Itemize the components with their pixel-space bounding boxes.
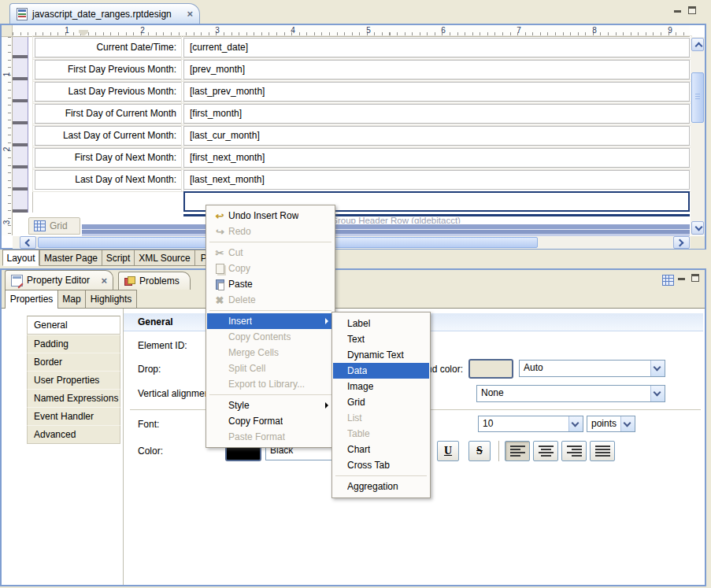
label-cell[interactable]: Last Day of Current Month: [35, 126, 182, 146]
category-general[interactable]: General [27, 316, 120, 335]
close-icon[interactable]: × [187, 9, 193, 19]
submenu-item-dynamic-text[interactable]: Dynamic Text [333, 347, 429, 363]
submenu-item-table[interactable]: Table [333, 426, 429, 442]
menu-item-copy-contents[interactable]: Copy Contents [207, 329, 334, 345]
horizontal-scrollbar[interactable] [13, 236, 691, 249]
background-color-select[interactable]: Auto [519, 360, 665, 377]
chevron-down-icon[interactable] [620, 416, 635, 431]
menu-item-split-cell[interactable]: Split Cell [207, 361, 334, 376]
data-cell[interactable]: [last_prev_month] [183, 82, 690, 102]
vertical-scroll-thumb[interactable] [691, 72, 704, 123]
data-cell[interactable]: [first_next_month] [183, 148, 690, 168]
underline-button[interactable]: U [437, 441, 459, 461]
tab-master-page[interactable]: Master Page [39, 250, 102, 266]
align-justify-button[interactable] [590, 441, 615, 461]
submenu-item-image[interactable]: Image [333, 379, 429, 394]
menu-label: Grid [347, 397, 365, 408]
menu-item-undo-insert-row[interactable]: ↩ Undo Insert Row [207, 208, 334, 224]
strikethrough-button[interactable]: S [468, 441, 491, 461]
menu-item-copy-format[interactable]: Copy Format [207, 413, 334, 429]
scroll-right-button[interactable] [673, 236, 690, 249]
menu-item-merge-cells[interactable]: Merge Cells [207, 345, 334, 361]
submenu-item-chart[interactable]: Chart [333, 442, 429, 457]
maximize-view-button[interactable] [691, 274, 701, 283]
label-cell[interactable]: Last Day Previous Month: [35, 82, 182, 102]
submenu-item-grid[interactable]: Grid [333, 394, 429, 410]
workbench: javascript_date_ranges.rptdesign × 1 2 3… [0, 0, 711, 588]
font-size-select[interactable]: 10 [478, 416, 583, 432]
collapsed-table-rows[interactable] [82, 224, 690, 229]
label-cell[interactable]: First Day Previous Month: [35, 60, 182, 80]
tab-highlights[interactable]: Highlights [85, 290, 137, 309]
data-cell[interactable]: [current_date] [183, 38, 690, 57]
category-border[interactable]: Border [27, 353, 120, 372]
submenu-item-label[interactable]: Label [333, 316, 429, 331]
view-menu-icon[interactable] [662, 275, 674, 286]
close-icon[interactable]: × [101, 276, 107, 286]
grid-element-tab[interactable]: Grid [28, 217, 80, 235]
scroll-left-button[interactable] [20, 236, 36, 249]
vertical-scrollbar[interactable] [691, 37, 705, 235]
label-cell[interactable]: Last Day of Next Month: [35, 170, 182, 190]
align-left-button[interactable] [505, 441, 530, 461]
menu-item-export-to-library[interactable]: Export to Library... [207, 376, 334, 392]
scroll-up-button[interactable] [691, 38, 704, 51]
menu-item-copy[interactable]: Copy [207, 261, 334, 276]
chevron-down-icon[interactable] [650, 361, 665, 376]
paste-icon [211, 279, 228, 290]
row-selector-strip[interactable] [13, 37, 28, 213]
data-cell[interactable]: [last_cur_month] [183, 126, 690, 146]
menu-item-paste-format[interactable]: Paste Format [207, 429, 334, 445]
background-color-swatch[interactable] [468, 359, 513, 379]
minimize-view-button[interactable] [677, 274, 687, 283]
menu-label: Merge Cells [228, 347, 279, 358]
submenu-item-text[interactable]: Text [333, 331, 429, 347]
category-padding[interactable]: Padding [27, 335, 120, 353]
align-right-button[interactable] [561, 441, 587, 461]
category-user-properties[interactable]: User Properties [27, 371, 120, 390]
insert-submenu: Label Text Dynamic Text Data Image Grid … [331, 312, 431, 498]
redo-icon: ↩ [211, 227, 228, 237]
menu-item-insert[interactable]: Insert [207, 313, 334, 329]
property-editor-view-tab[interactable]: Property Editor × [5, 270, 113, 290]
category-event-handler[interactable]: Event Handler [27, 407, 120, 426]
submenu-item-cross-tab[interactable]: Cross Tab [333, 457, 429, 473]
chevron-down-icon[interactable] [650, 386, 665, 401]
minimize-button[interactable] [673, 6, 683, 16]
color-label: Color: [138, 445, 163, 457]
category-named-expressions[interactable]: Named Expressions [27, 389, 120, 408]
label-cell[interactable]: First Day of Current Month [35, 104, 182, 124]
menu-item-redo[interactable]: ↩ Redo [207, 224, 334, 239]
menu-item-style[interactable]: Style [207, 398, 334, 413]
scroll-down-button[interactable] [691, 221, 704, 235]
ruler-number: 4 [291, 26, 295, 35]
editor-tab[interactable]: javascript_date_ranges.rptdesign × [9, 3, 200, 24]
horizontal-ruler: 1 2 3 4 5 6 7 8 9 [13, 25, 690, 37]
submenu-item-list[interactable]: List [333, 410, 429, 426]
data-cell[interactable]: [first_month] [183, 104, 690, 124]
tab-script[interactable]: Script [102, 250, 135, 266]
style-select[interactable]: None [476, 385, 665, 402]
menu-item-delete[interactable]: ✖ Delete [207, 292, 334, 308]
align-center-button[interactable] [533, 441, 558, 461]
data-cell[interactable]: [last_next_month] [183, 170, 690, 190]
category-label: Padding [34, 338, 69, 349]
submenu-item-data[interactable]: Data [333, 363, 429, 379]
submenu-item-aggregation[interactable]: Aggregation [333, 479, 429, 494]
label-cell[interactable]: First Day of Next Month: [35, 148, 182, 168]
category-advanced[interactable]: Advanced [27, 425, 120, 444]
tab-xml-source[interactable]: XML Source [134, 250, 195, 266]
maximize-button[interactable] [687, 6, 698, 16]
tab-map[interactable]: Map [57, 290, 86, 309]
menu-item-paste[interactable]: Paste [207, 276, 334, 292]
row-label: First Day of Current Month [65, 108, 176, 119]
problems-view-tab[interactable]: Problems [118, 272, 191, 290]
row-label: Current Date/Time: [96, 42, 176, 53]
data-cell[interactable]: [prev_month] [183, 60, 690, 80]
tab-layout[interactable]: Layout [2, 250, 39, 266]
tab-properties[interactable]: Properties [5, 290, 58, 309]
chevron-down-icon[interactable] [568, 416, 583, 431]
label-cell[interactable]: Current Date/Time: [35, 38, 182, 57]
menu-item-cut[interactable]: ✂ Cut [207, 245, 334, 261]
font-unit-select[interactable]: points [587, 416, 635, 432]
